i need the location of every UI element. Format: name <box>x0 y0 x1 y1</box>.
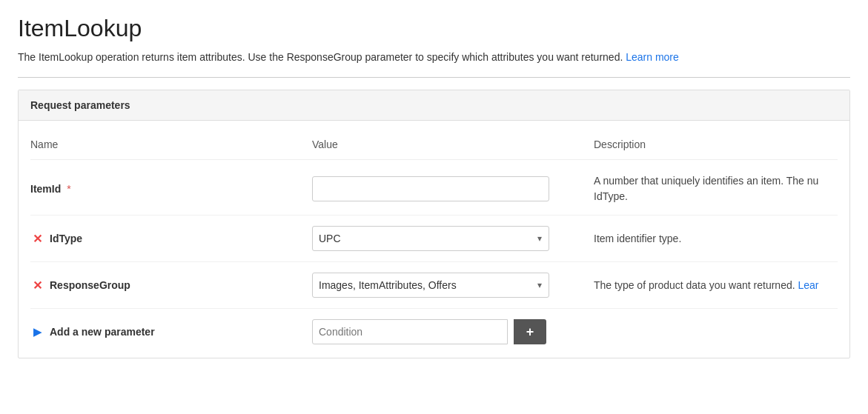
param-value-cell: UPC ASIN EAN ISBN ▾ <box>312 226 594 251</box>
expand-add-param-button[interactable]: ▶ <box>30 325 44 338</box>
responsegroup-select-wrapper: Images, ItemAttributes, Offers Images It… <box>312 273 549 298</box>
param-name-cell: ItemId* <box>30 183 312 195</box>
idtype-select[interactable]: UPC ASIN EAN ISBN <box>312 226 549 251</box>
remove-responsegroup-button[interactable]: ✕ <box>30 278 44 292</box>
table-row: ✕ ResponseGroup Images, ItemAttributes, … <box>30 262 838 309</box>
param-name-cell: ✕ IdType <box>30 232 312 245</box>
remove-idtype-button[interactable]: ✕ <box>30 232 44 245</box>
param-description-cell: A number that uniquely identifies an ite… <box>594 173 838 204</box>
add-param-value-cell: + <box>312 319 594 344</box>
param-value-cell: Images, ItemAttributes, Offers Images It… <box>312 273 594 298</box>
page-description: The ItemLookup operation returns item at… <box>18 50 850 65</box>
item-id-input[interactable] <box>312 176 549 201</box>
param-name-cell: ✕ ResponseGroup <box>30 278 312 292</box>
responsegroup-learn-more-link[interactable]: Lear <box>798 279 819 291</box>
param-description-cell: Item identifier type. <box>594 231 838 247</box>
table-row: ItemId* A number that uniquely identifie… <box>30 163 838 216</box>
add-param-label: Add a new parameter <box>50 326 155 338</box>
page-title: ItemLookup <box>18 15 850 42</box>
col-description-header: Description <box>594 138 838 150</box>
divider <box>18 77 850 78</box>
idtype-select-wrapper: UPC ASIN EAN ISBN ▾ <box>312 226 549 251</box>
param-name-label: IdType <box>50 233 82 244</box>
param-name-label: ResponseGroup <box>50 279 130 291</box>
column-headers: Name Value Description <box>30 133 838 160</box>
add-param-row: ▶ Add a new parameter + <box>30 309 838 352</box>
learn-more-link[interactable]: Learn more <box>626 51 679 63</box>
responsegroup-select[interactable]: Images, ItemAttributes, Offers Images It… <box>312 273 549 298</box>
param-description-cell: The type of product data you want return… <box>594 278 838 293</box>
add-param-name-cell: ▶ Add a new parameter <box>30 325 312 338</box>
col-name-header: Name <box>30 138 312 150</box>
param-value-cell <box>312 176 594 201</box>
section-header: Request parameters <box>19 90 849 121</box>
condition-input[interactable] <box>312 319 508 344</box>
params-table-wrapper: Name Value Description ItemId* A number … <box>19 121 849 358</box>
add-plus-button[interactable]: + <box>514 319 546 344</box>
required-star: * <box>67 183 70 195</box>
table-row: ✕ IdType UPC ASIN EAN ISBN ▾ Item identi… <box>30 216 838 262</box>
param-name-label: ItemId <box>30 183 61 195</box>
request-params-section: Request parameters Name Value Descriptio… <box>18 90 850 358</box>
col-value-header: Value <box>312 138 594 150</box>
